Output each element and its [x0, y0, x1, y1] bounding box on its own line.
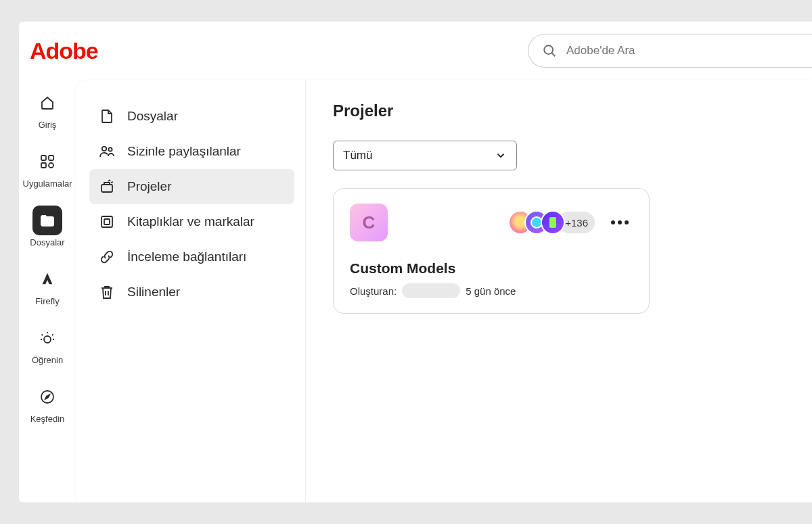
- link-icon: [99, 249, 115, 265]
- content-panel: Dosyalar Sizinle paylaşılanlar Projeler …: [76, 80, 812, 502]
- rail-item-home[interactable]: Giriş: [19, 88, 76, 130]
- files-subnav: Dosyalar Sizinle paylaşılanlar Projeler …: [76, 80, 306, 502]
- libraries-icon: [99, 214, 115, 230]
- rail-item-firefly[interactable]: Firefly: [19, 264, 76, 307]
- trash-icon: [99, 284, 115, 300]
- subnav-shared[interactable]: Sizinle paylaşılanlar: [89, 134, 294, 169]
- file-icon: [99, 108, 115, 124]
- left-rail: Giriş Uygulamalar Dosyalar Firefly: [19, 80, 76, 502]
- body: Giriş Uygulamalar Dosyalar Firefly: [19, 80, 812, 502]
- card-header: C +136: [350, 204, 633, 241]
- avatar: [541, 210, 565, 235]
- compass-icon: [32, 382, 62, 412]
- collaborator-avatars[interactable]: +136: [508, 210, 596, 235]
- project-age: 5 gün önce: [466, 285, 516, 297]
- subnav-label: Kitaplıklar ve markalar: [127, 214, 254, 229]
- search-container: [528, 34, 812, 68]
- chevron-down-icon: [495, 149, 507, 162]
- learn-icon: [32, 323, 62, 353]
- main-area: Projeler Tümü C +136: [306, 80, 812, 502]
- svg-point-5: [49, 163, 53, 168]
- shared-icon: [99, 143, 115, 160]
- subnav-files[interactable]: Dosyalar: [89, 99, 294, 134]
- app-window: Adobe Giriş Uygulamalar: [19, 22, 812, 502]
- folder-icon: [32, 206, 62, 235]
- subnav-label: İnceleme bağlantıları: [127, 249, 246, 264]
- filter-selected: Tümü: [343, 149, 372, 162]
- more-actions-button[interactable]: [607, 216, 633, 229]
- svg-rect-18: [104, 219, 110, 224]
- rail-label: Öğrenin: [29, 356, 66, 366]
- card-right-cluster: +136: [508, 210, 633, 235]
- rail-label: Dosyalar: [27, 238, 67, 248]
- filter-dropdown[interactable]: Tümü: [333, 141, 517, 170]
- project-thumbnail: C: [350, 204, 388, 241]
- rail-label: Keşfedin: [28, 414, 68, 425]
- rail-item-learn[interactable]: Öğrenin: [19, 323, 76, 366]
- svg-rect-17: [102, 216, 112, 227]
- project-title: Custom Models: [350, 260, 633, 277]
- svg-line-1: [552, 53, 556, 57]
- firefly-icon: [32, 264, 62, 294]
- rail-item-discover[interactable]: Keşfedin: [19, 382, 76, 425]
- svg-rect-4: [41, 163, 46, 168]
- rail-label: Firefly: [32, 297, 62, 307]
- subnav-label: Silinenler: [127, 285, 180, 300]
- adobe-logo[interactable]: Adobe: [30, 38, 98, 64]
- projects-icon: [99, 178, 115, 195]
- svg-point-6: [44, 336, 51, 343]
- page-title: Projeler: [333, 101, 788, 120]
- svg-marker-13: [45, 395, 49, 399]
- home-icon: [32, 88, 62, 118]
- project-meta: Oluşturan: 5 gün önce: [350, 283, 633, 298]
- subnav-review-links[interactable]: İnceleme bağlantıları: [89, 239, 294, 275]
- created-by-label: Oluşturan:: [350, 285, 397, 297]
- rail-label: Uygulamalar: [20, 179, 75, 189]
- topbar: Adobe: [19, 22, 812, 80]
- svg-line-9: [52, 334, 53, 335]
- svg-rect-16: [102, 185, 112, 192]
- svg-point-14: [102, 147, 106, 151]
- search-input[interactable]: [566, 44, 798, 57]
- creator-name-redacted: [402, 283, 460, 298]
- subnav-libraries[interactable]: Kitaplıklar ve markalar: [89, 204, 294, 239]
- subnav-deleted[interactable]: Silinenler: [89, 275, 294, 310]
- search-icon: [542, 43, 557, 58]
- search-bar[interactable]: [528, 34, 812, 68]
- dots-icon: [611, 220, 615, 224]
- svg-point-15: [108, 147, 112, 151]
- rail-item-apps[interactable]: Uygulamalar: [19, 147, 76, 189]
- subnav-label: Dosyalar: [127, 109, 178, 124]
- svg-point-0: [544, 45, 553, 54]
- svg-rect-2: [41, 156, 46, 160]
- subnav-label: Sizinle paylaşılanlar: [127, 144, 241, 159]
- rail-item-files[interactable]: Dosyalar: [19, 206, 76, 248]
- subnav-label: Projeler: [127, 179, 171, 194]
- svg-rect-3: [49, 156, 53, 160]
- svg-line-8: [42, 334, 43, 335]
- project-card[interactable]: C +136 Cu: [333, 188, 650, 314]
- subnav-projects[interactable]: Projeler: [89, 169, 294, 204]
- rail-label: Giriş: [36, 120, 60, 130]
- apps-icon: [32, 147, 62, 176]
